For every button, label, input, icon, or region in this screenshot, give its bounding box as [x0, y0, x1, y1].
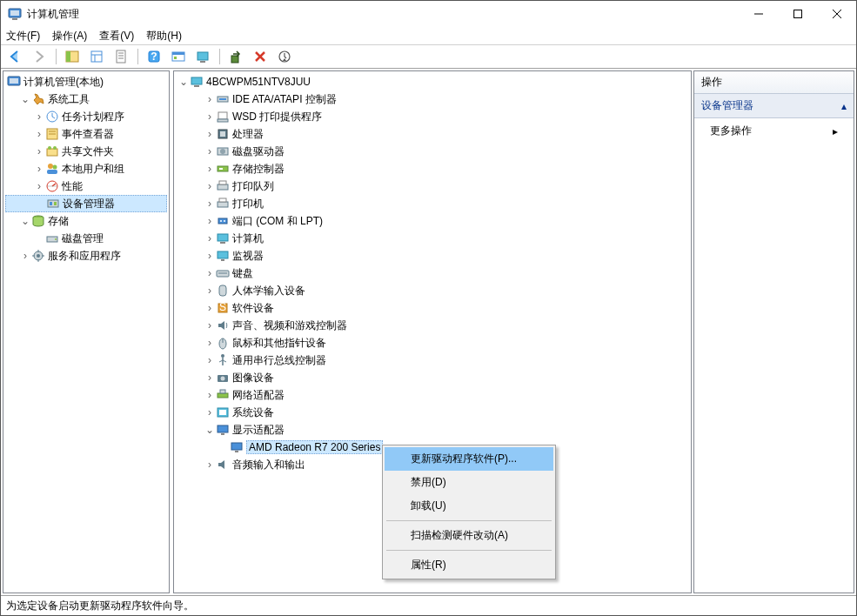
expand-icon[interactable]: › [204, 128, 216, 140]
svg-point-35 [48, 146, 51, 150]
device-ports[interactable]: ›端口 (COM 和 LPT) [176, 212, 689, 230]
collapse-icon[interactable]: ⌄ [19, 215, 31, 227]
tree-performance[interactable]: › 性能 [5, 177, 167, 195]
device-root[interactable]: ⌄ 4BCWPM51NTV8JUU [176, 73, 689, 90]
device-monitor[interactable]: ›监视器 [176, 247, 689, 264]
expand-icon[interactable]: › [33, 145, 45, 157]
device-ide[interactable]: ›IDE ATA/ATAPI 控制器 [176, 90, 689, 108]
device-wsd[interactable]: ›WSD 打印提供程序 [176, 108, 689, 125]
device-network[interactable]: ›网络适配器 [176, 386, 689, 404]
toolbar-button-9[interactable] [274, 47, 295, 66]
disk-icon [216, 144, 230, 158]
device-sound[interactable]: ›声音、视频和游戏控制器 [176, 317, 689, 334]
back-button[interactable] [4, 47, 25, 66]
expand-icon[interactable]: › [204, 215, 216, 227]
expand-icon[interactable]: › [204, 250, 216, 262]
toolbar-button-6[interactable] [192, 47, 213, 66]
software-icon: S [216, 301, 230, 315]
expand-icon[interactable]: › [204, 93, 216, 105]
menu-help[interactable]: 帮助(H) [146, 29, 182, 44]
expand-icon[interactable]: › [204, 163, 216, 175]
expand-icon[interactable]: › [33, 163, 45, 175]
device-usb[interactable]: ›通用串行总线控制器 [176, 352, 689, 369]
device-disk[interactable]: ›磁盘驱动器 [176, 143, 689, 160]
context-menu: 更新驱动程序软件(P)... 禁用(D) 卸载(U) 扫描检测硬件改动(A) 属… [382, 445, 556, 579]
collapse-icon[interactable]: ⌄ [204, 424, 216, 436]
expand-icon[interactable]: › [204, 110, 216, 123]
delete-button[interactable] [250, 47, 271, 66]
expand-icon[interactable]: › [204, 459, 216, 471]
tree-device-manager[interactable]: 设备管理器 [5, 195, 167, 212]
device-cpu[interactable]: ›处理器 [176, 125, 689, 143]
ctx-uninstall[interactable]: 卸载(U) [385, 494, 553, 518]
expand-icon[interactable]: › [204, 232, 216, 244]
tree-disk-mgmt[interactable]: 磁盘管理 [5, 230, 167, 247]
collapse-icon[interactable]: ⌄ [19, 93, 31, 105]
toolbar-button-7[interactable] [225, 47, 246, 66]
expand-icon[interactable]: › [204, 354, 216, 366]
menu-view[interactable]: 查看(V) [99, 29, 134, 44]
expand-icon[interactable]: › [33, 128, 45, 140]
expand-icon[interactable]: › [204, 372, 216, 384]
export-button[interactable] [110, 47, 131, 66]
device-printqueue[interactable]: ›打印队列 [176, 177, 689, 195]
expand-icon[interactable]: › [204, 285, 216, 297]
tree-label: 共享文件夹 [62, 144, 114, 159]
toolbar-separator [135, 47, 140, 66]
expand-icon[interactable]: › [204, 145, 216, 157]
toolbar-button-5[interactable] [168, 47, 189, 66]
expand-icon[interactable]: › [204, 389, 216, 401]
expand-icon[interactable]: › [204, 267, 216, 279]
help-button[interactable]: ? [144, 47, 164, 66]
actions-more[interactable]: 更多操作 ▸ [694, 118, 854, 144]
expand-icon[interactable]: › [33, 180, 45, 192]
tree-task-scheduler[interactable]: › 任务计划程序 [5, 108, 167, 125]
tree-root[interactable]: 计算机管理(本地) [5, 73, 167, 90]
device-hid[interactable]: ›人体学输入设备 [176, 282, 689, 299]
svg-point-86 [221, 377, 225, 381]
collapse-icon[interactable]: ⌄ [177, 76, 190, 88]
ctx-update-driver[interactable]: 更新驱动程序软件(P)... [385, 447, 553, 471]
expand-icon[interactable]: › [33, 110, 45, 123]
device-computer_cat[interactable]: ›计算机 [176, 230, 689, 247]
device-mouse[interactable]: ›鼠标和其他指针设备 [176, 334, 689, 352]
tree-label: 事件查看器 [62, 127, 114, 142]
device-keyboard[interactable]: ›键盘 [176, 264, 689, 282]
expand-icon[interactable]: › [204, 198, 216, 210]
device-software[interactable]: ›S软件设备 [176, 299, 689, 317]
expand-icon[interactable]: › [19, 250, 31, 262]
tree-storage[interactable]: ⌄ 存储 [5, 212, 167, 230]
expand-icon[interactable]: › [204, 180, 216, 192]
ctx-disable[interactable]: 禁用(D) [385, 471, 553, 494]
ctx-scan[interactable]: 扫描检测硬件改动(A) [385, 524, 553, 547]
forward-button[interactable] [29, 47, 50, 66]
device-system[interactable]: ›系统设备 [176, 404, 689, 421]
device-storage[interactable]: ›存储控制器 [176, 160, 689, 177]
tree-event-viewer[interactable]: › 事件查看器 [5, 125, 167, 143]
collapse-triangle-icon: ▴ [841, 100, 847, 112]
menu-file[interactable]: 文件(F) [6, 29, 40, 44]
expand-icon[interactable]: › [204, 302, 216, 314]
close-button[interactable] [817, 1, 856, 27]
device-imaging[interactable]: ›图像设备 [176, 369, 689, 386]
expand-icon[interactable]: › [204, 319, 216, 331]
tree-system-tools[interactable]: ⌄ 系统工具 [5, 90, 167, 108]
ctx-properties[interactable]: 属性(R) [385, 553, 553, 577]
tree-services[interactable]: › 服务和应用程序 [5, 247, 167, 264]
storage-icon [31, 214, 45, 228]
show-hide-tree-button[interactable] [62, 47, 83, 66]
device-display[interactable]: ⌄显示适配器 [176, 421, 689, 439]
menu-action[interactable]: 操作(A) [52, 29, 87, 44]
ports-icon [216, 214, 230, 228]
maximize-button[interactable] [778, 1, 817, 27]
properties-button[interactable] [86, 47, 107, 66]
actions-section[interactable]: 设备管理器 ▴ [694, 94, 854, 118]
expand-icon[interactable]: › [204, 406, 216, 418]
tree-shared-folders[interactable]: › 共享文件夹 [5, 143, 167, 160]
svg-rect-66 [219, 198, 226, 202]
device-printer[interactable]: ›打印机 [176, 195, 689, 212]
svg-rect-45 [54, 202, 57, 205]
expand-icon[interactable]: › [204, 337, 216, 349]
tree-local-users[interactable]: › 本地用户和组 [5, 160, 167, 177]
minimize-button[interactable] [739, 1, 778, 27]
